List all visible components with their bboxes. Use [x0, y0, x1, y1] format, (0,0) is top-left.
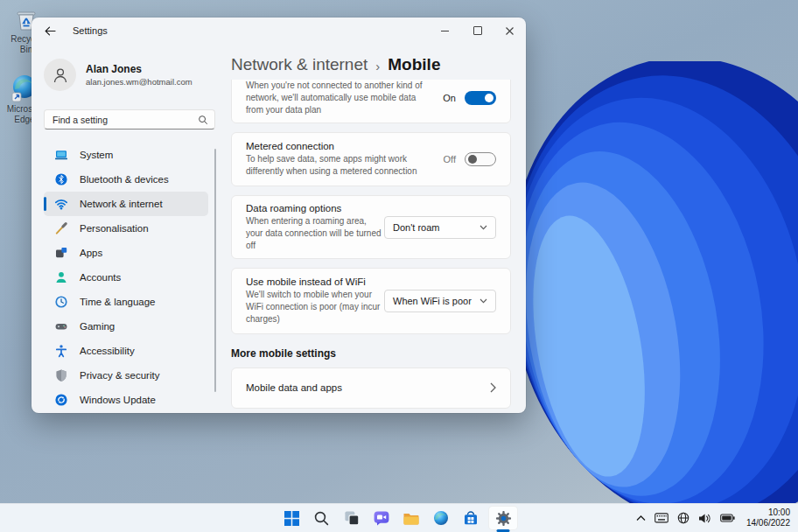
back-button[interactable] — [37, 20, 63, 41]
link-label: Mobile data and apps — [246, 382, 342, 393]
toggle-knob — [468, 155, 477, 164]
sidebar: Alan Jones alan.jones.wm@hotmail.com — [32, 44, 219, 413]
page-title: Mobile — [388, 55, 440, 74]
minimize-button[interactable] — [429, 18, 461, 44]
mobile-data-toggle[interactable] — [465, 91, 496, 105]
sidebar-item-label: Bluetooth & devices — [80, 174, 169, 185]
settings-taskbar-button[interactable] — [488, 506, 518, 530]
use-mobile-instead-wifi-card: Use mobile instead of WiFi We'll switch … — [231, 268, 511, 333]
system-tray: 10:00 14/06/2022 — [636, 508, 790, 529]
search-taskbar-button[interactable] — [310, 507, 333, 530]
sidebar-item-bluetooth-devices[interactable]: Bluetooth & devices — [44, 167, 208, 192]
sidebar-item-accessibility[interactable]: Accessibility — [44, 339, 208, 363]
sidebar-nav: System Bluetooth & devices — [44, 143, 208, 412]
maximize-button[interactable] — [461, 18, 494, 44]
accounts-icon — [54, 270, 68, 284]
task-view-button[interactable] — [340, 507, 363, 530]
edge-taskbar-button[interactable] — [429, 507, 452, 530]
breadcrumb: Network & internet › Mobile — [231, 55, 511, 74]
windows-update-icon — [54, 393, 68, 407]
sidebar-item-network-internet[interactable]: Network & internet — [44, 192, 208, 216]
settings-taskbar-icon — [495, 510, 512, 527]
sidebar-item-label: Windows Update — [80, 395, 156, 405]
search-box[interactable] — [44, 109, 215, 130]
sidebar-item-label: System — [80, 150, 113, 160]
mobile-data-description: When you're not connected to another kin… — [246, 80, 428, 116]
use-mobile-title: Use mobile instead of WiFi — [246, 276, 384, 287]
sidebar-item-label: Apps — [80, 248, 102, 258]
minimize-icon — [441, 31, 449, 32]
dropdown-value: Don't roam — [393, 222, 439, 233]
section-heading: More mobile settings — [231, 347, 511, 360]
system-icon — [54, 148, 68, 162]
taskbar-center — [280, 504, 518, 532]
touch-keyboard-icon — [654, 513, 668, 523]
file-explorer-button[interactable] — [399, 507, 423, 530]
search-icon — [198, 115, 208, 125]
store-icon — [463, 510, 479, 526]
sidebar-item-label: Time & language — [80, 297, 156, 307]
use-mobile-dropdown[interactable]: When WiFi is poor — [384, 290, 496, 312]
apps-icon — [54, 246, 68, 260]
volume-button[interactable] — [698, 513, 711, 524]
dropdown-value: When WiFi is poor — [393, 296, 472, 306]
chat-button[interactable] — [369, 507, 393, 530]
start-icon — [284, 511, 299, 526]
taskbar: 10:00 14/06/2022 — [0, 503, 798, 532]
data-roaming-dropdown[interactable]: Don't roam — [384, 216, 496, 239]
profile-name: Alan Jones — [86, 63, 192, 77]
back-arrow-icon — [45, 26, 56, 36]
time-language-icon — [54, 295, 68, 309]
personalisation-icon — [54, 221, 68, 235]
toggle-state-label: Off — [444, 154, 456, 164]
sidebar-item-personalisation[interactable]: Personalisation — [44, 216, 208, 241]
privacy-security-icon — [54, 368, 68, 382]
hidden-icons-button[interactable] — [636, 514, 646, 522]
store-button[interactable] — [458, 507, 482, 530]
hidden-icons-chevron-icon — [636, 514, 646, 522]
sidebar-item-gaming[interactable]: Gaming — [44, 314, 208, 339]
metered-connection-title: Metered connection — [246, 141, 428, 151]
battery-button[interactable] — [720, 513, 735, 523]
taskbar-clock[interactable]: 10:00 14/06/2022 — [746, 508, 790, 529]
data-roaming-description: When entering a roaming area, your data … — [246, 215, 384, 251]
network-icon — [54, 197, 68, 211]
sidebar-item-privacy-security[interactable]: Privacy & security — [44, 363, 208, 388]
sidebar-item-system[interactable]: System — [44, 143, 208, 167]
close-button[interactable] — [494, 18, 526, 44]
sidebar-scrollbar[interactable] — [214, 149, 216, 392]
task-view-icon — [344, 510, 360, 526]
toggle-knob — [485, 94, 494, 102]
sidebar-item-apps[interactable]: Apps — [44, 241, 208, 265]
clock-time: 10:00 — [746, 508, 790, 519]
metered-connection-toggle[interactable] — [465, 152, 496, 166]
settings-scroll-area: When you're not connected to another kin… — [231, 80, 511, 413]
titlebar: Settings — [32, 18, 526, 44]
mobile-data-card: When you're not connected to another kin… — [231, 80, 511, 123]
sidebar-item-time-language[interactable]: Time & language — [44, 290, 208, 314]
window-title: Settings — [73, 25, 108, 36]
metered-connection-card: Metered connection To help save data, so… — [231, 132, 511, 186]
chevron-down-icon — [480, 225, 487, 230]
maximize-icon — [473, 26, 482, 35]
battery-icon — [720, 513, 735, 523]
user-profile[interactable]: Alan Jones alan.jones.wm@hotmail.com — [44, 59, 219, 91]
sidebar-item-label: Personalisation — [80, 223, 149, 234]
search-taskbar-icon — [314, 511, 329, 526]
file-explorer-icon — [402, 511, 419, 526]
toggle-state-label: On — [443, 93, 456, 103]
breadcrumb-parent[interactable]: Network & internet — [231, 55, 368, 74]
sidebar-item-label: Accessibility — [80, 346, 135, 356]
sidebar-item-accounts[interactable]: Accounts — [44, 265, 208, 290]
network-tray-button[interactable] — [677, 512, 690, 524]
sidebar-item-windows-update[interactable]: Windows Update — [44, 388, 208, 412]
start-button[interactable] — [280, 507, 304, 530]
close-icon — [506, 27, 514, 35]
mobile-data-apps-link[interactable]: Mobile data and apps — [231, 368, 511, 409]
accessibility-icon — [54, 344, 68, 358]
sidebar-item-label: Privacy & security — [80, 370, 159, 381]
edge-taskbar-icon — [433, 510, 449, 526]
touch-keyboard-button[interactable] — [654, 513, 668, 523]
breadcrumb-separator-icon: › — [375, 57, 380, 74]
search-input[interactable] — [51, 114, 198, 126]
